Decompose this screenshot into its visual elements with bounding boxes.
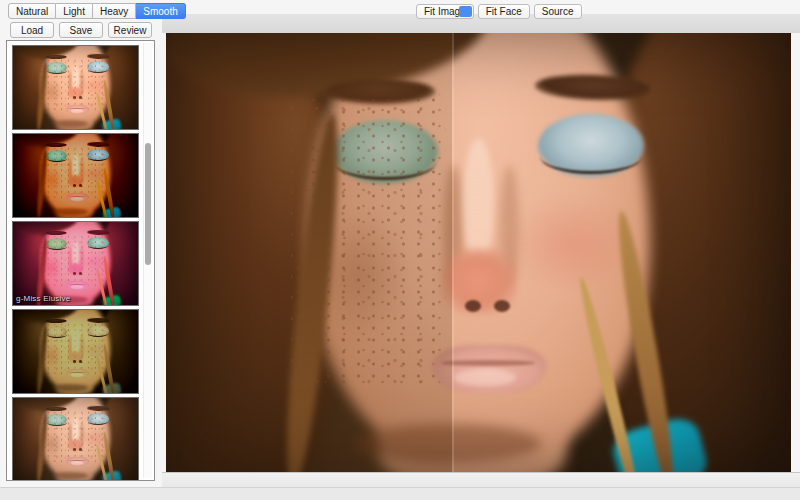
selection-mark — [459, 6, 472, 17]
load-button[interactable]: Load — [10, 22, 54, 38]
fit-face-label: Fit Face — [486, 6, 522, 17]
save-button[interactable]: Save — [59, 22, 103, 38]
thumbnail-face-art — [13, 46, 138, 129]
fit-face-button[interactable]: Fit Face — [478, 4, 530, 19]
thumbnail-face-art — [13, 134, 138, 217]
thumbnail-face-art — [13, 222, 138, 305]
preset-natural-button[interactable]: Natural — [8, 3, 56, 19]
view-toolbar: Fit Image Fit Face Source — [416, 4, 582, 19]
vignette-art — [13, 222, 138, 305]
sidebar: Natural Light Heavy Smooth Load Save Rev… — [0, 0, 162, 487]
vignette-art — [13, 134, 138, 217]
preset-heavy-button[interactable]: Heavy — [93, 3, 136, 19]
window-bottom-strip — [0, 487, 800, 500]
thumbnail-scrollbar[interactable] — [143, 43, 152, 478]
preview-image[interactable] — [166, 33, 791, 472]
thumbnail-item-soft-neutral[interactable] — [12, 397, 139, 481]
vignette-art — [13, 46, 138, 129]
review-button[interactable]: Review — [108, 22, 152, 38]
fit-image-button[interactable]: Fit Image — [416, 4, 474, 19]
thumbnail-face-art — [13, 310, 138, 393]
source-button[interactable]: Source — [534, 4, 582, 19]
watermark-text: g-Miss Elusive — [16, 294, 70, 303]
thumbnail-item-purple-tint[interactable]: g-Miss Elusive — [12, 221, 139, 306]
main-panel: Fit Image Fit Face Source — [162, 0, 800, 500]
vignette-art — [13, 310, 138, 393]
thumbnail-item-vivid-warm[interactable] — [12, 133, 139, 218]
preset-segmented-control: Natural Light Heavy Smooth — [8, 3, 186, 19]
thumbnail-face-art — [13, 398, 138, 481]
thumbnail-item-natural[interactable] — [12, 45, 139, 130]
preset-light-button[interactable]: Light — [56, 3, 93, 19]
thumbnail-list[interactable]: g-Miss Elusive — [6, 40, 155, 481]
split-divider — [452, 33, 454, 472]
file-action-row: Load Save Review — [10, 22, 152, 38]
original-half-overlay — [166, 33, 452, 472]
vignette-art — [13, 398, 138, 481]
thumbnail-item-sepia-dark[interactable] — [12, 309, 139, 394]
preset-smooth-button[interactable]: Smooth — [136, 3, 185, 19]
source-label: Source — [542, 6, 574, 17]
scrollbar-thumb[interactable] — [145, 143, 151, 265]
